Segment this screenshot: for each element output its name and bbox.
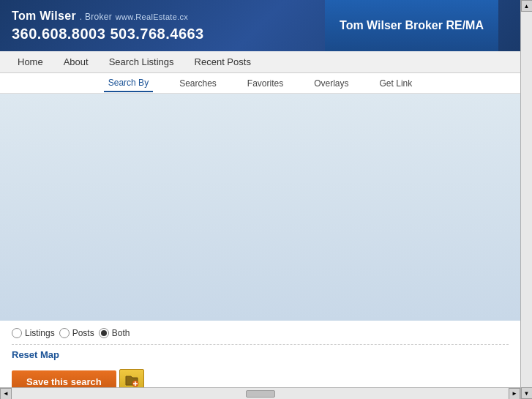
- header-banner: Tom Wilser Broker RE/MA: [325, 0, 498, 51]
- reset-map-link[interactable]: Reset Map: [12, 349, 59, 360]
- main-nav: Home About Search Listings Recent Posts: [0, 51, 520, 73]
- scroll-up-btn[interactable]: ▲: [521, 0, 533, 12]
- scroll-down-btn[interactable]: ▼: [521, 387, 533, 399]
- radio-posts-circle[interactable]: [59, 328, 70, 338]
- agent-phone: 360.608.8003 503.768.4663: [12, 26, 204, 42]
- site-header: Tom Wilser . Broker www.RealEstate.cx 36…: [0, 0, 520, 51]
- scroll-thumb-h[interactable]: [246, 390, 275, 398]
- website-text: www.RealEstate.cx: [116, 12, 188, 21]
- broker-label: . Broker: [80, 12, 112, 22]
- radio-both-label: Both: [112, 328, 130, 338]
- banner-text: Tom Wilser Broker RE/MA: [340, 19, 484, 32]
- scroll-track-h: [12, 388, 509, 399]
- scroll-track: [521, 12, 532, 387]
- nav-item-recent-posts[interactable]: Recent Posts: [184, 52, 261, 72]
- subnav-get-link[interactable]: Get Link: [375, 75, 417, 92]
- display-radio-group: Listings Posts Both: [12, 328, 509, 338]
- agent-name-text: Tom Wilser: [12, 10, 76, 22]
- map-background: [0, 94, 520, 321]
- nav-item-about[interactable]: About: [53, 52, 99, 72]
- scroll-right-btn[interactable]: ►: [509, 388, 520, 400]
- radio-both-circle[interactable]: [99, 328, 109, 338]
- horizontal-scrollbar[interactable]: ◄ ►: [0, 387, 520, 399]
- nav-item-home[interactable]: Home: [7, 52, 53, 72]
- radio-listings[interactable]: Listings: [12, 328, 55, 338]
- agent-name: Tom Wilser . Broker www.RealEstate.cx: [12, 10, 204, 23]
- scroll-left-btn[interactable]: ◄: [0, 388, 12, 400]
- radio-listings-circle[interactable]: [12, 328, 22, 338]
- header-left: Tom Wilser . Broker www.RealEstate.cx 36…: [12, 10, 204, 42]
- radio-posts[interactable]: Posts: [59, 328, 94, 338]
- subnav-searches[interactable]: Searches: [175, 75, 221, 92]
- subnav-favorites[interactable]: Favorites: [243, 75, 288, 92]
- radio-listings-label: Listings: [25, 328, 55, 338]
- subnav-overlays[interactable]: Overlays: [310, 75, 353, 92]
- vertical-scrollbar[interactable]: ▲ ▼: [520, 0, 532, 399]
- map-area[interactable]: [0, 94, 520, 321]
- divider: [12, 344, 509, 345]
- nav-item-search-listings[interactable]: Search Listings: [99, 52, 184, 72]
- radio-both[interactable]: Both: [99, 328, 130, 338]
- main-content: Tom Wilser . Broker www.RealEstate.cx 36…: [0, 0, 520, 399]
- sub-nav: Search By Searches Favorites Overlays Ge…: [0, 73, 520, 94]
- subnav-search-by[interactable]: Search By: [104, 75, 153, 92]
- radio-posts-label: Posts: [72, 328, 94, 338]
